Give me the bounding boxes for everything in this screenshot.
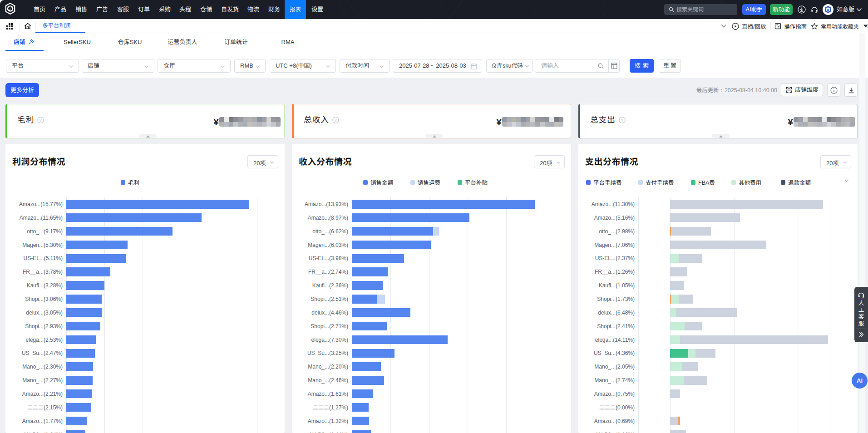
- svg-text:?: ?: [39, 118, 42, 123]
- svg-text:?: ?: [621, 118, 623, 123]
- svg-text:?: ?: [334, 118, 337, 123]
